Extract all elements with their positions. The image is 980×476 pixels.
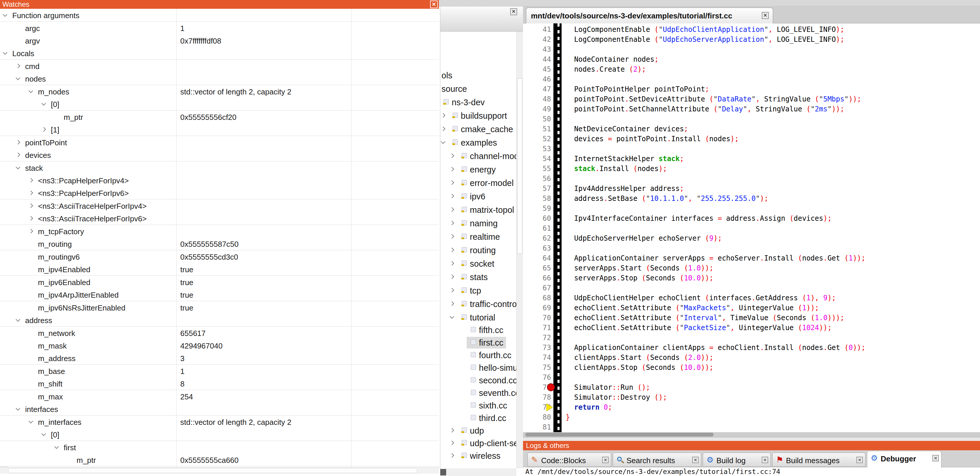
line-number[interactable]: 57 (523, 184, 551, 193)
line-number[interactable]: 76 (523, 372, 551, 382)
tree-item-cmake-cache[interactable]: cmake_cache (440, 123, 523, 136)
line-number[interactable]: 58 (523, 193, 551, 203)
line-number[interactable]: 61 (523, 224, 551, 233)
line-number[interactable]: 51 (523, 124, 551, 134)
line-number[interactable]: 43 (523, 45, 551, 54)
tree-item-second-cc[interactable]: second.cc (440, 374, 523, 387)
tab-close-icon[interactable]: ✕ (762, 457, 768, 463)
watch-row[interactable]: m_ipv6Enabledtrue (0, 276, 439, 289)
code-line-60[interactable]: Ipv4InterfaceContainer interfaces = addr… (566, 214, 832, 224)
chevron-right-icon[interactable] (450, 428, 454, 433)
tree-vscrollbar[interactable] (516, 32, 523, 468)
code-line-55[interactable]: stack.Install (nodes); (566, 164, 667, 174)
watches-close-icon[interactable]: ✕ (430, 1, 438, 8)
line-number[interactable]: 48 (523, 94, 551, 104)
watch-row[interactable]: first (0, 441, 439, 454)
tree-item-fifth-cc[interactable]: fifth.cc (440, 324, 523, 337)
editor-tab-close-icon[interactable]: ✕ (762, 12, 769, 19)
chevron-right-icon[interactable] (450, 302, 454, 306)
code-line-54[interactable]: InternetStackHelper stack; (566, 154, 684, 164)
line-number[interactable]: 70 (523, 313, 551, 323)
watch-row[interactable]: m_nodesstd::vector of length 2, capacity… (0, 85, 439, 98)
watches-col-divider-1[interactable] (176, 9, 177, 470)
tree-vscroll-thumb[interactable] (517, 78, 522, 254)
chevron-right-icon[interactable] (29, 203, 33, 208)
chevron-right-icon[interactable] (450, 261, 454, 266)
code-line-65[interactable]: serverApps.Start (Seconds (1.0)); (566, 263, 714, 273)
code-line-57[interactable]: Ipv4AddressHelper address; (566, 184, 684, 193)
watch-row[interactable]: pointToPoint (0, 136, 439, 149)
logs-tab-build-messages[interactable]: ⚑Build messages✕ (772, 453, 865, 467)
tree-item-routing[interactable]: routing (440, 244, 523, 257)
line-number[interactable]: 73 (523, 343, 551, 353)
code-line-51[interactable]: NetDeviceContainer devices; (566, 124, 688, 134)
line-number[interactable]: 46 (523, 74, 551, 84)
tree-item-sixth-cc[interactable]: sixth.cc (440, 399, 523, 412)
code-line-68[interactable]: UdpEchoClientHelper echoClient (interfac… (566, 293, 836, 303)
line-number[interactable]: 49 (523, 104, 551, 114)
chevron-down-icon[interactable] (54, 444, 59, 449)
watches-hscroll-thumb[interactable] (8, 468, 417, 473)
chevron-right-icon[interactable] (450, 180, 454, 185)
watch-row[interactable]: m_ipv4ArpJitterEnabledtrue (0, 288, 439, 301)
chevron-down-icon[interactable] (3, 50, 8, 55)
chevron-down-icon[interactable] (450, 314, 454, 319)
watch-row[interactable]: [0] (0, 97, 439, 110)
watch-row[interactable]: m_tcpFactory (0, 225, 439, 238)
code-line-47[interactable]: PointToPointHelper pointToPoint; (566, 84, 709, 94)
watch-row[interactable]: address (0, 314, 439, 327)
line-number[interactable]: 72 (523, 333, 551, 343)
watch-row[interactable]: <ns3::AsciiTraceHelperForIpv6> (0, 212, 439, 225)
watch-row[interactable]: m_max254 (0, 390, 439, 403)
line-number[interactable]: 59 (523, 203, 551, 214)
watch-row[interactable]: <ns3::PcapHelperForIpv4> (0, 174, 439, 187)
chevron-right-icon[interactable] (450, 221, 454, 225)
tree-item-ols[interactable]: ols (440, 69, 523, 82)
line-number[interactable]: 50 (523, 114, 551, 124)
line-number[interactable]: 69 (523, 303, 551, 313)
chevron-down-icon[interactable] (16, 76, 21, 80)
watch-row[interactable]: Locals (0, 47, 439, 60)
watch-row[interactable]: [1] (0, 123, 439, 136)
tree-item-socket[interactable]: socket (440, 257, 523, 270)
code-line-52[interactable]: devices = pointToPoint.Install (nodes); (566, 134, 739, 144)
watch-row[interactable]: m_network655617 (0, 327, 439, 339)
chevron-right-icon[interactable] (450, 234, 454, 239)
tree-item-buildsupport[interactable]: buildsupport (440, 109, 523, 122)
chevron-right-icon[interactable] (450, 453, 454, 458)
watch-row[interactable]: m_routingv60x5555555cd3c0 (0, 250, 439, 263)
line-number[interactable]: 64 (523, 253, 551, 263)
chevron-down-icon[interactable] (3, 12, 8, 17)
chevron-right-icon[interactable] (450, 275, 454, 279)
tree-item-wireless[interactable]: wireless (440, 449, 523, 462)
watch-row[interactable]: m_ipv4Enabledtrue (0, 263, 439, 276)
chevron-right-icon[interactable] (450, 248, 454, 252)
tree-item-examples[interactable]: examples (440, 136, 523, 149)
tree-hscroll-thumb[interactable] (440, 469, 446, 475)
watch-row[interactable]: m_mask4294967040 (0, 339, 439, 352)
code-line-69[interactable]: echoClient.SetAttribute ("MaxPackets", U… (566, 303, 819, 313)
line-number[interactable]: 75 (523, 363, 551, 372)
line-number[interactable]: 44 (523, 54, 551, 64)
watch-row[interactable]: devices (0, 149, 439, 161)
line-number[interactable]: 52 (523, 134, 551, 144)
line-number[interactable]: 42 (523, 35, 551, 45)
watch-row[interactable]: stack (0, 161, 439, 174)
code-line-73[interactable]: ApplicationContainer clientApps = echoCl… (566, 343, 865, 353)
tree-item-udp[interactable]: udp (440, 424, 523, 437)
chevron-right-icon[interactable] (16, 64, 21, 69)
chevron-right-icon[interactable] (450, 194, 454, 198)
chevron-down-icon[interactable] (16, 165, 21, 169)
code-line-78[interactable]: Simulator::Destroy (); (566, 392, 667, 403)
line-number[interactable]: 68 (523, 293, 551, 303)
code-line-74[interactable]: clientApps.Start (Seconds (2.0)); (566, 353, 714, 363)
watches-col-divider-2[interactable] (351, 9, 352, 470)
watch-row[interactable]: m_shift8 (0, 377, 439, 390)
tree-item-energy[interactable]: energy (440, 163, 523, 176)
chevron-right-icon[interactable] (29, 216, 33, 221)
chevron-right-icon[interactable] (450, 167, 454, 172)
code-line-58[interactable]: address.SetBase ("10.1.1.0", "255.255.25… (566, 193, 768, 203)
breakpoint-margin[interactable] (554, 23, 562, 432)
chevron-right-icon[interactable] (29, 229, 33, 233)
breakpoint-icon[interactable] (547, 383, 555, 391)
